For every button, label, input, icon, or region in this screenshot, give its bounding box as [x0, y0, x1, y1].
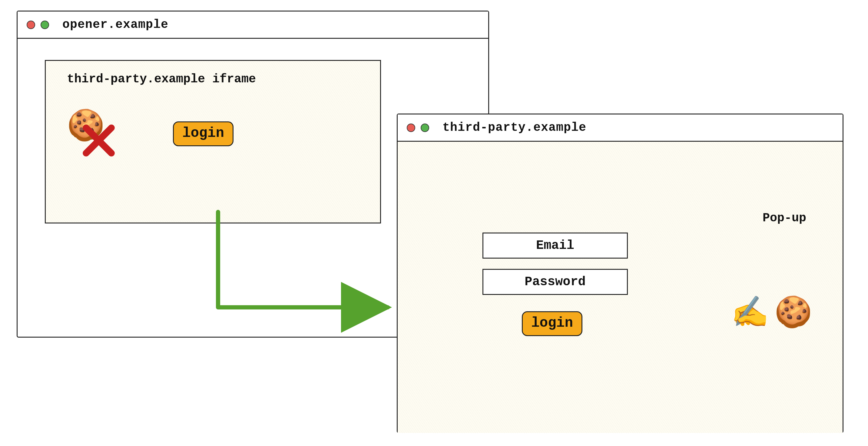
third-party-iframe: third-party.example iframe 🍪 login	[45, 60, 381, 223]
popup-title: third-party.example	[442, 121, 586, 134]
window-controls[interactable]	[27, 21, 49, 29]
email-field[interactable]: Email	[483, 232, 628, 259]
write-cookie-group: ✍️ 🍪	[731, 299, 812, 329]
close-icon[interactable]	[407, 124, 415, 132]
password-field[interactable]: Password	[483, 269, 628, 295]
writing-hand-icon: ✍️	[731, 299, 769, 329]
maximize-icon[interactable]	[40, 21, 49, 29]
popup-login-button[interactable]: login	[522, 311, 582, 336]
popup-window: third-party.example Pop-up Email Passwor…	[397, 114, 843, 433]
maximize-icon[interactable]	[421, 124, 429, 132]
blocked-cookie: 🍪	[67, 112, 105, 142]
window-controls[interactable]	[407, 124, 429, 132]
cookie-icon: 🍪	[774, 299, 812, 329]
opener-titlebar: opener.example	[18, 11, 488, 39]
cookie-icon: 🍪	[67, 112, 105, 142]
popup-titlebar: third-party.example	[398, 115, 842, 142]
close-icon[interactable]	[27, 21, 35, 29]
opener-title: opener.example	[62, 18, 168, 31]
iframe-login-button[interactable]: login	[173, 121, 234, 146]
iframe-title: third-party.example iframe	[67, 72, 256, 86]
popup-label: Pop-up	[763, 211, 806, 225]
